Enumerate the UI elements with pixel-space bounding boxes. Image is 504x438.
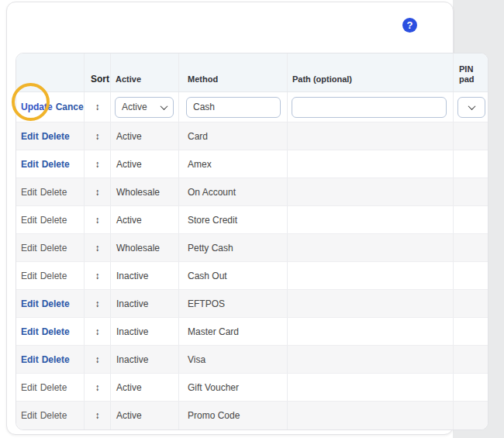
edit-link[interactable]: Edit [21,410,37,421]
path-cell [288,206,454,233]
active-cell: Active [111,92,179,122]
path-cell [288,346,454,373]
method-cell: Gift Voucher [179,374,288,401]
edit-link[interactable]: Edit [21,298,39,309]
path-input[interactable] [292,97,447,118]
table-row: Edit Delete ↕ Active Gift Voucher [16,374,488,402]
method-cell [179,92,288,122]
pinpad-cell [454,206,488,233]
delete-link[interactable]: Delete [42,298,70,309]
path-cell [288,150,454,178]
edit-link[interactable]: Edit [21,243,37,253]
path-cell [288,178,454,205]
update-link[interactable]: Update [21,102,53,112]
status-cell: Wholesale [111,234,179,261]
row-actions-cell: Edit Delete [16,318,85,345]
column-header-actions [16,53,85,91]
method-cell: Visa [179,346,288,373]
table-row: Edit Delete ↕ Wholesale On Account [16,178,488,206]
pinpad-cell [454,262,488,289]
table-row: Edit Delete ↕ Inactive Master Card [16,318,488,346]
row-actions-cell: Edit Delete [16,150,85,178]
delete-link[interactable]: Delete [40,215,67,226]
path-cell [288,402,454,429]
payment-options-table: Sort Active Method Path (optional) PIN p… [16,53,488,430]
table-row: Edit Delete ↕ Inactive EFTPOS [16,290,488,318]
status-cell: Active [111,122,179,150]
status-cell: Active [111,206,179,233]
row-actions-cell: Edit Delete [16,206,85,233]
help-icon[interactable]: ? [402,18,417,33]
sort-cell: ↕ [85,402,111,429]
delete-link[interactable]: Delete [40,271,67,281]
edit-link[interactable]: Edit [21,354,39,365]
sort-handle-icon[interactable]: ↕ [95,215,100,226]
sort-handle-icon[interactable]: ↕ [95,410,100,421]
sort-handle-icon[interactable]: ↕ [95,271,100,281]
sort-cell: ↕ [85,234,111,261]
sort-handle-icon[interactable]: ↕ [95,159,100,170]
question-mark-glyph: ? [407,19,413,31]
method-cell: Cash Out [179,262,288,289]
delete-link[interactable]: Delete [40,382,67,393]
method-cell: Store Credit [179,206,288,233]
pinpad-select[interactable] [457,97,485,118]
status-cell: Inactive [111,346,179,373]
sort-handle-icon[interactable]: ↕ [95,131,100,142]
method-cell: Card [179,122,288,150]
sort-handle-icon[interactable]: ↕ [95,102,100,112]
edit-link[interactable]: Edit [21,187,37,198]
pinpad-cell [454,234,488,261]
status-cell: Inactive [111,290,179,317]
status-cell: Inactive [111,262,179,289]
sort-cell: ↕ [85,206,111,233]
sort-cell: ↕ [85,92,111,122]
pinpad-cell [454,402,488,429]
delete-link[interactable]: Delete [40,243,67,253]
active-select[interactable]: Active [115,97,174,118]
edit-link[interactable]: Edit [21,215,37,226]
cancel-link[interactable]: Cancel [56,102,85,112]
row-actions-cell: Edit Delete [16,178,85,205]
row-actions-cell: Edit Delete [16,346,85,373]
active-select-value: Active [122,102,147,112]
delete-link[interactable]: Delete [40,410,67,421]
method-input[interactable] [186,97,281,118]
method-cell: On Account [179,178,288,205]
method-cell: Promo Code [179,402,288,429]
edit-link[interactable]: Edit [21,131,39,142]
edit-link[interactable]: Edit [21,271,37,281]
path-cell [288,262,454,289]
status-cell: Active [111,150,179,178]
sort-handle-icon[interactable]: ↕ [95,243,100,253]
delete-link[interactable]: Delete [42,326,70,337]
row-actions-cell: Edit Delete [16,262,85,289]
delete-link[interactable]: Delete [42,354,70,365]
method-cell: EFTPOS [179,290,288,317]
sort-handle-icon[interactable]: ↕ [95,326,100,337]
table-row: Edit Delete ↕ Wholesale Petty Cash [16,234,488,262]
edit-row-actions-cell: Update Cancel [16,92,85,122]
sort-handle-icon[interactable]: ↕ [95,382,100,393]
method-cell: Amex [179,150,288,178]
edit-link[interactable]: Edit [21,382,37,393]
sort-cell: ↕ [85,318,111,345]
sort-handle-icon[interactable]: ↕ [95,187,100,198]
status-cell: Wholesale [111,178,179,205]
row-actions-cell: Edit Delete [16,234,85,261]
row-actions-cell: Edit Delete [16,290,85,317]
delete-link[interactable]: Delete [42,131,70,142]
table-row: Edit Delete ↕ Active Store Credit [16,206,488,234]
sort-cell: ↕ [85,374,111,401]
sort-handle-icon[interactable]: ↕ [95,354,100,365]
chevron-down-icon [468,102,475,110]
path-cell [288,234,454,261]
delete-link[interactable]: Delete [40,187,67,198]
sort-handle-icon[interactable]: ↕ [95,298,100,309]
edit-link[interactable]: Edit [21,326,39,337]
table-row: Edit Delete ↕ Active Promo Code [16,402,488,429]
path-cell [288,290,454,317]
table-row: Edit Delete ↕ Active Amex [16,150,488,178]
delete-link[interactable]: Delete [42,159,70,170]
edit-link[interactable]: Edit [21,159,39,170]
